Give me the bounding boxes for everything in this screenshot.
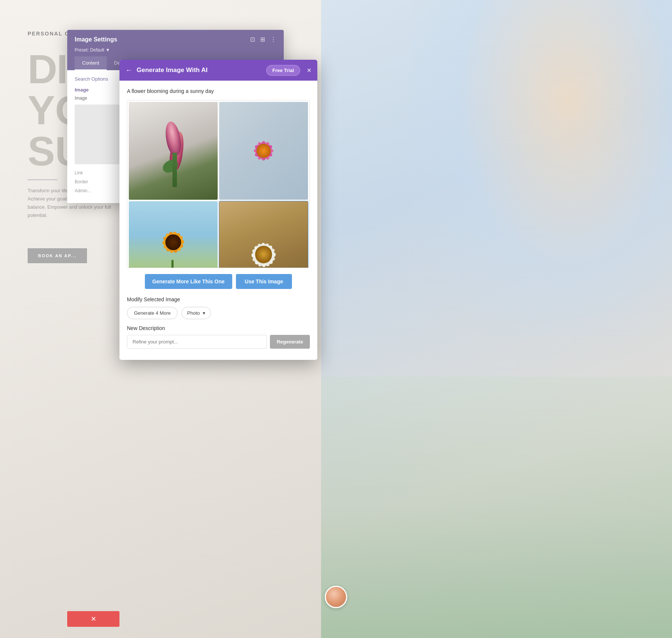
more-options-icon[interactable]: ⋮ [270, 36, 276, 43]
modify-section: Modify Selected Image Generate 4 More Ph… [127, 296, 310, 319]
ai-modal-body: A flower blooming during a sunny day [119, 81, 317, 360]
photo-dropdown-label: Photo [187, 310, 200, 316]
panel-header-icons: ⊡ ⊞ ⋮ [250, 36, 276, 43]
prompt-description: A flower blooming during a sunny day [127, 88, 310, 94]
image-grid [127, 100, 310, 268]
bottom-close-button[interactable]: ✕ [67, 611, 119, 627]
background-right [321, 0, 672, 638]
new-description-title: New Description [127, 325, 310, 331]
fullscreen-icon[interactable]: ⊡ [250, 36, 255, 43]
prompt-input[interactable] [127, 335, 267, 349]
grid-image-4[interactable] [219, 201, 308, 268]
image-placeholder [75, 105, 119, 164]
avatar-image [325, 586, 347, 608]
new-description-section: New Description Regenerate [127, 325, 310, 349]
meadow-background [321, 377, 672, 638]
ai-modal-title-group: ← Generate Image With AI [125, 66, 208, 74]
close-icon[interactable]: × [307, 66, 311, 75]
layout-icon[interactable]: ⊞ [260, 36, 265, 43]
modify-title: Modify Selected Image [127, 296, 310, 302]
ai-modal-header: ← Generate Image With AI Free Trial × [119, 60, 317, 81]
tab-content[interactable]: Content [75, 56, 107, 70]
prompt-input-row: Regenerate [127, 335, 310, 349]
use-image-button[interactable]: Use This Image [236, 274, 292, 289]
dropdown-arrow-icon: ▾ [203, 310, 205, 316]
back-arrow-icon[interactable]: ← [125, 66, 132, 74]
grid-image-2[interactable] [219, 102, 308, 200]
grid-image-1[interactable] [129, 102, 218, 200]
panel-title: Image Settings [75, 36, 117, 43]
background-person [411, 0, 672, 336]
regenerate-button[interactable]: Regenerate [270, 335, 310, 349]
ai-generate-modal: ← Generate Image With AI Free Trial × A … [119, 60, 317, 360]
x-icon: ✕ [91, 615, 96, 623]
photo-style-dropdown[interactable]: Photo ▾ [181, 307, 211, 319]
free-trial-badge[interactable]: Free Trial [266, 65, 301, 76]
preset-label[interactable]: Preset: Default ▼ [75, 47, 110, 53]
book-appointment-button[interactable]: BOOK AN AP... [28, 248, 87, 263]
generate-4-button[interactable]: Generate 4 More [127, 307, 178, 319]
generate-more-button[interactable]: Generate More Like This One [145, 274, 232, 289]
modify-controls: Generate 4 More Photo ▾ [127, 307, 310, 319]
action-buttons: Generate More Like This One Use This Ima… [127, 274, 310, 289]
hero-divider [28, 179, 57, 180]
grid-image-3[interactable] [129, 201, 218, 268]
preset-row: Preset: Default ▼ [75, 47, 276, 53]
ai-modal-title: Generate Image With AI [137, 66, 208, 74]
